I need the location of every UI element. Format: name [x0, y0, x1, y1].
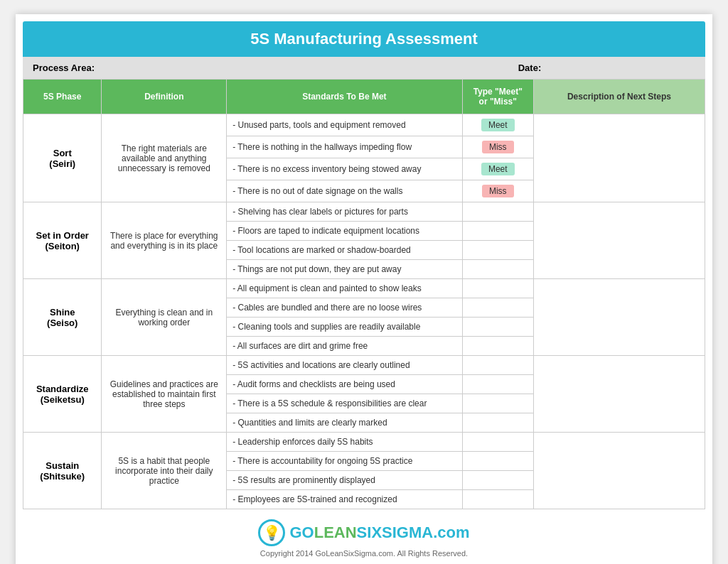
phase-cell: Standardize(Seiketsu) — [23, 356, 102, 433]
page-wrapper: 5S Manufacturing Assessment Process Area… — [16, 14, 712, 564]
standard-cell: - Tool locations are marked or shadow-bo… — [227, 241, 462, 260]
definition-cell: There is place for everything and everyt… — [102, 202, 227, 279]
table-row: Sort(Seiri)The right materials are avail… — [23, 114, 705, 136]
standard-cell: - Shelving has clear labels or pictures … — [227, 202, 462, 222]
phase-cell: Sustain(Shitsuke) — [23, 433, 102, 509]
miss-badge: Miss — [482, 185, 514, 197]
meet-miss-cell — [462, 490, 533, 509]
standard-cell: - There is nothing in the hallways imped… — [227, 136, 462, 158]
standard-cell: - Quantities and limits are clearly mark… — [227, 413, 462, 433]
meet-miss-cell — [462, 433, 533, 452]
meta-row: Process Area: Date: — [23, 57, 705, 79]
meet-miss-cell — [462, 375, 533, 394]
next-steps-cell — [533, 114, 705, 202]
definition-cell: The right materials are available and an… — [102, 114, 227, 202]
date-label: Date: — [364, 63, 695, 73]
next-steps-cell — [533, 279, 705, 356]
meet-miss-cell — [462, 337, 533, 356]
meet-miss-cell — [462, 318, 533, 337]
meet-miss-cell — [462, 471, 533, 490]
bulb-icon: 💡 — [258, 519, 285, 546]
meet-miss-cell — [462, 394, 533, 413]
next-steps-cell — [533, 433, 705, 509]
header-next-steps: Description of Next Steps — [533, 80, 705, 114]
standard-cell: - Cleaning tools and supplies are readil… — [227, 318, 462, 337]
footer-lean: LEAN — [314, 524, 357, 542]
phase-cell: Sort(Seiri) — [23, 114, 102, 202]
meet-miss-cell — [462, 241, 533, 260]
meet-badge: Meet — [481, 119, 515, 131]
footer-go: GO — [289, 524, 314, 542]
standard-cell: - 5S results are prominently displayed — [227, 471, 462, 490]
standard-cell: - Employees are 5S-trained and recognize… — [227, 490, 462, 509]
meet-miss-cell: Miss — [462, 180, 533, 202]
table-row: Standardize(Seiketsu)Guidelines and prac… — [23, 356, 705, 375]
meet-miss-cell — [462, 356, 533, 375]
meet-miss-cell — [462, 413, 533, 433]
meet-badge: Meet — [481, 163, 515, 175]
table-row: Shine(Seiso)Everything is clean and in w… — [23, 279, 705, 298]
meet-miss-cell — [462, 202, 533, 222]
standard-cell: - Leadership enforces daily 5S habits — [227, 433, 462, 452]
table-row: Sustain(Shitsuke)5S is a habit that peop… — [23, 433, 705, 452]
header-definition: Definition — [102, 80, 227, 114]
table-row: Set in Order(Seiton)There is place for e… — [23, 202, 705, 222]
miss-badge: Miss — [482, 141, 514, 153]
header-type: Type "Meet" or "Miss" — [462, 80, 533, 114]
meet-miss-cell — [462, 298, 533, 318]
standard-cell: - There is a 5S schedule & responsibilit… — [227, 394, 462, 413]
phase-cell: Set in Order(Seiton) — [23, 202, 102, 279]
main-title: 5S Manufacturing Assessment — [23, 21, 705, 57]
footer: 💡 GO LEAN SIXSIGMA.com Copyright 2014 Go… — [23, 509, 705, 562]
standard-cell: - All surfaces are dirt and grime free — [227, 337, 462, 356]
standard-cell: - Audit forms and checklists are being u… — [227, 375, 462, 394]
meet-miss-cell — [462, 260, 533, 279]
standard-cell: - There is no out of date signage on the… — [227, 180, 462, 202]
standard-cell: - Things are not put down, they are put … — [227, 260, 462, 279]
phase-cell: Shine(Seiso) — [23, 279, 102, 356]
standard-cell: - There is accountability for ongoing 5S… — [227, 452, 462, 471]
header-standards: Standards To Be Met — [227, 80, 462, 114]
meet-miss-cell: Meet — [462, 158, 533, 180]
definition-cell: Guidelines and practices are established… — [102, 356, 227, 433]
definition-cell: 5S is a habit that people incorporate in… — [102, 433, 227, 509]
standard-cell: - 5S activities and locations are clearl… — [227, 356, 462, 375]
meet-miss-cell — [462, 222, 533, 241]
assessment-table: 5S Phase Definition Standards To Be Met … — [23, 79, 705, 509]
footer-logo: 💡 GO LEAN SIXSIGMA.com — [23, 519, 705, 546]
next-steps-cell — [533, 356, 705, 433]
standard-cell: - Unused parts, tools and equipment remo… — [227, 114, 462, 136]
standard-cell: - Floors are taped to indicate equipment… — [227, 222, 462, 241]
header-phase: 5S Phase — [23, 80, 102, 114]
next-steps-cell — [533, 202, 705, 279]
standard-cell: - All equipment is clean and painted to … — [227, 279, 462, 298]
standard-cell: - There is no excess inventory being sto… — [227, 158, 462, 180]
meet-miss-cell: Miss — [462, 136, 533, 158]
meet-miss-cell: Meet — [462, 114, 533, 136]
process-area-label: Process Area: — [33, 63, 364, 73]
footer-sixsigma: SIXSIGMA.com — [357, 524, 470, 542]
footer-copyright: Copyright 2014 GoLeanSixSigma.com. All R… — [23, 549, 705, 558]
meet-miss-cell — [462, 452, 533, 471]
meet-miss-cell — [462, 279, 533, 298]
definition-cell: Everything is clean and in working order — [102, 279, 227, 356]
standard-cell: - Cables are bundled and there are no lo… — [227, 298, 462, 318]
